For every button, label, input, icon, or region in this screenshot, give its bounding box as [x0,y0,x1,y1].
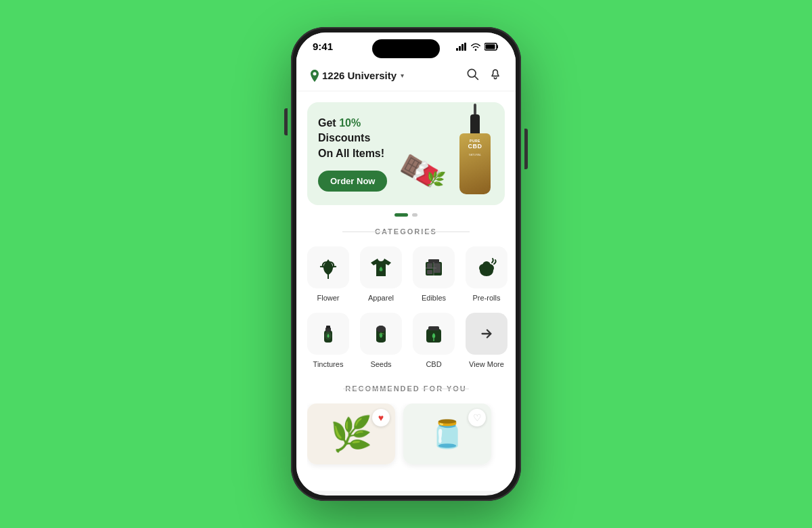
category-item-prerolls[interactable]: Pre-rolls [466,246,508,302]
status-time: 9:41 [313,41,333,52]
svg-rect-5 [497,45,498,48]
view-more-label: View More [469,360,504,368]
tinctures-label: Tinctures [313,360,344,368]
svg-line-8 [475,76,478,80]
dot-active [394,213,408,217]
apparel-icon-wrap [360,246,402,288]
cbd-container-icon [423,322,445,345]
order-now-button[interactable]: Order Now [318,171,387,192]
svg-rect-6 [486,44,495,49]
edibles-label: Edibles [422,294,446,302]
seeds-icon-wrap [360,313,402,355]
category-item-cbd[interactable]: CBD [413,313,455,368]
category-item-flower[interactable]: Flower [307,246,349,302]
category-item-edibles[interactable]: Edibles [413,246,455,302]
dot-inactive [412,213,418,217]
cbd-icon-wrap [413,313,455,355]
category-item-seeds[interactable]: Seeds [360,313,402,368]
arrow-right-icon [479,326,494,341]
phone-device: 9:41 [291,27,521,501]
product-1-heart[interactable]: ♥ [372,409,390,426]
product-1-image: 🌿 ♥ [307,403,395,464]
apparel-tshirt-icon [369,257,392,278]
promo-banner: Get 10% Discounts On All Items! Order No… [307,102,505,205]
product-cards-row: 🌿 ♥ 🫙 ♡ [307,403,505,471]
location-chevron-icon: ▾ [401,72,404,79]
search-icon[interactable] [466,67,479,84]
prerolls-label: Pre-rolls [473,294,501,302]
categories-grid: Flower Apparel [296,246,516,379]
product-card-2[interactable]: 🫙 ♡ [403,403,491,464]
header-action-icons [466,67,502,84]
flower-icon-wrap [307,246,349,288]
banner-product-image: 🍫 🌿 PURECBD NATURAL [406,120,494,188]
app-content: 1226 University ▾ [296,58,516,491]
apparel-label: Apparel [368,294,394,302]
svg-rect-1 [459,46,461,51]
wifi-icon [470,43,481,51]
location-area[interactable]: 1226 University ▾ [310,70,404,82]
notification-bell-icon[interactable] [489,67,502,84]
prerolls-icon-wrap [466,246,508,288]
seeds-bag-icon [371,322,391,345]
svg-rect-27 [428,326,439,330]
edibles-icon-wrap [413,246,455,288]
seeds-label: Seeds [370,360,391,368]
app-header: 1226 University ▾ [296,58,516,91]
recommended-section-title: RECOMMENDED FOR YOU [307,384,505,393]
banner-title: Get 10% Discounts On All Items! [318,116,406,161]
view-more-icon-wrap [466,313,508,355]
location-pin-icon [310,70,319,82]
flower-label: Flower [317,294,339,302]
edibles-box-icon [423,257,445,278]
product-card-1[interactable]: 🌿 ♥ [307,403,395,464]
banner-text-area: Get 10% Discounts On All Items! Order No… [318,116,406,192]
dynamic-island [372,39,440,58]
categories-section: CATEGORIES [296,227,516,379]
tinctures-bottle-icon [318,322,338,345]
svg-rect-13 [427,270,432,274]
product-2-heart[interactable]: ♡ [468,409,486,426]
tinctures-icon-wrap [307,313,349,355]
status-icons [456,43,499,51]
phone-screen: 9:41 [296,32,516,496]
signal-icon [456,43,467,51]
category-item-view-more[interactable]: View More [466,313,508,368]
flower-cannabis-icon [317,256,340,279]
recommended-section: RECOMMENDED FOR YOU 🌿 ♥ 🫙 ♡ [296,384,516,471]
cbd-label: CBD [426,360,441,368]
category-item-tinctures[interactable]: Tinctures [307,313,349,368]
prerolls-icon [475,256,498,279]
svg-point-25 [376,326,386,332]
banner-dots-indicator [296,213,516,217]
product-2-image: 🫙 ♡ [403,403,491,464]
svg-rect-23 [326,326,330,328]
svg-point-20 [482,261,491,269]
battery-icon [484,43,499,51]
location-text: 1226 University [322,70,397,81]
svg-rect-3 [464,43,466,51]
svg-rect-2 [461,44,464,51]
svg-rect-0 [456,48,458,51]
category-item-apparel[interactable]: Apparel [360,246,402,302]
categories-section-title: CATEGORIES [296,227,516,236]
